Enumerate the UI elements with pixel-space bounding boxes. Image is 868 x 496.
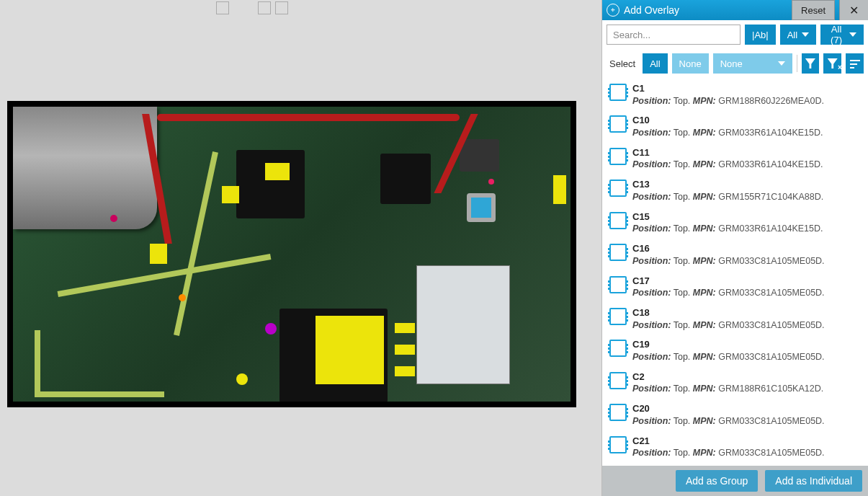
list-item-text: C20Position: Top. MPN: GRM033C81A105ME05…	[632, 402, 861, 427]
component-ref: C17	[632, 275, 861, 288]
component-icon	[609, 84, 627, 101]
tool-icon[interactable]	[258, 1, 271, 14]
usb-c-connector	[13, 107, 157, 229]
list-item[interactable]: C20Position: Top. MPN: GRM033C81A105ME05…	[602, 398, 868, 430]
component-ref: C18	[632, 306, 861, 319]
overlay-trace	[157, 114, 460, 121]
clear-filter-button[interactable]	[823, 53, 841, 74]
component-icon	[609, 148, 627, 165]
select-filter-dropdown[interactable]: None	[713, 53, 792, 74]
component-ref: C1	[632, 82, 861, 95]
overlay-pad	[150, 244, 167, 264]
layer-filter-dropdown[interactable]: All (7)	[820, 25, 864, 45]
overlay-icon: ⌖	[607, 4, 619, 17]
select-all-button[interactable]: All	[643, 53, 667, 74]
list-item-text: C18Position: Top. MPN: GRM033C81A105ME05…	[632, 306, 861, 331]
funnel-clear-icon	[828, 58, 838, 68]
select-none-button[interactable]: None	[672, 53, 709, 74]
overlay-via	[110, 215, 117, 222]
component-icon	[609, 244, 627, 261]
component-ref: C13	[632, 178, 861, 191]
app-root: ⌖ Add Overlay Reset ✕ |Ab| All All (7) S…	[0, 0, 868, 496]
list-item[interactable]: C13Position: Top. MPN: GRM155R71C104KA88…	[602, 174, 868, 205]
type-filter-dropdown[interactable]: All	[780, 25, 816, 45]
component-ref: C20	[632, 402, 861, 415]
add-as-group-button[interactable]: Add as Group	[676, 470, 758, 492]
list-item[interactable]: C18Position: Top. MPN: GRM033C81A105ME05…	[602, 302, 868, 334]
overlay-highlight	[316, 316, 384, 384]
list-item[interactable]: C15Position: Top. MPN: GRM033R61A104KE15…	[602, 206, 868, 238]
list-item-text: C2Position: Top. MPN: GRM188R61C105KA12D…	[632, 371, 861, 395]
list-item[interactable]: C17Position: Top. MPN: GRM033C81A105ME05…	[602, 270, 868, 302]
add-as-individual-button[interactable]: Add as Individual	[765, 470, 862, 492]
search-input[interactable]	[607, 25, 741, 45]
tool-cluster	[258, 1, 288, 14]
ic-chip	[380, 154, 431, 204]
overlay-pad	[222, 186, 239, 203]
list-item-text: C15Position: Top. MPN: GRM033R61A104KE15…	[632, 211, 861, 235]
component-meta: Position: Top. MPN: GRM033C81A105ME05D.	[632, 287, 861, 299]
component-meta: Position: Top. MPN: GRM188R61C105KA12D.	[632, 383, 861, 395]
tool-icon[interactable]	[275, 1, 288, 14]
panel-header: ⌖ Add Overlay Reset ✕	[602, 0, 868, 20]
reset-button[interactable]: Reset	[792, 0, 835, 20]
component-icon	[609, 180, 627, 197]
list-item[interactable]: C11Position: Top. MPN: GRM033R61A104KE15…	[602, 142, 868, 174]
component-icon	[609, 372, 627, 389]
component-meta: Position: Top. MPN: GRM033R61A104KE15D.	[632, 159, 861, 171]
chevron-down-icon	[802, 32, 809, 37]
component-ref: C10	[632, 114, 861, 127]
component-meta: Position: Top. MPN: GRM033C81A105ME05D.	[632, 415, 861, 428]
list-item[interactable]: C1Position: Top. MPN: GRM188R60J226MEA0D…	[602, 78, 868, 110]
match-case-toggle[interactable]: |Ab|	[745, 25, 776, 45]
layer-filter-label: All (7)	[828, 24, 845, 45]
overlay-via	[265, 323, 277, 335]
component-icon	[609, 308, 627, 325]
overlay-via	[488, 179, 494, 185]
overlay-via	[236, 373, 248, 385]
component-ref: C2	[632, 371, 861, 384]
chevron-down-icon	[849, 32, 856, 37]
list-item-text: C1Position: Top. MPN: GRM188R60J226MEA0D…	[632, 82, 861, 107]
list-item[interactable]: C21Position: Top. MPN: GRM033C81A105ME05…	[602, 430, 868, 462]
list-item[interactable]: C19Position: Top. MPN: GRM033C81A105ME05…	[602, 334, 868, 366]
component-ref: C15	[632, 211, 861, 223]
component-ref: C16	[632, 242, 861, 255]
list-item-text: C17Position: Top. MPN: GRM033C81A105ME05…	[632, 275, 861, 299]
pcb-overlay-view[interactable]	[7, 101, 576, 407]
component-meta: Position: Top. MPN: GRM033C81A105ME05D.	[632, 351, 861, 363]
list-item[interactable]: C10Position: Top. MPN: GRM033R61A104KE15…	[602, 110, 868, 141]
list-item-text: C10Position: Top. MPN: GRM033R61A104KE15…	[632, 114, 861, 138]
rf-module	[416, 265, 510, 384]
filter-row-2: Select All None None	[602, 49, 868, 78]
viewer-pane[interactable]	[0, 0, 601, 496]
overlay-pad	[553, 175, 566, 204]
component-meta: Position: Top. MPN: GRM188R60J226MEA0D.	[632, 95, 861, 107]
list-item[interactable]: C2Position: Top. MPN: GRM188R61C105KA12D…	[602, 366, 868, 398]
add-overlay-panel: ⌖ Add Overlay Reset ✕ |Ab| All All (7) S…	[601, 0, 868, 496]
component-meta: Position: Top. MPN: GRM155R71C104KA88D.	[632, 191, 861, 203]
close-button[interactable]: ✕	[839, 0, 868, 20]
overlay-trace	[35, 330, 40, 395]
list-item-text: C13Position: Top. MPN: GRM155R71C104KA88…	[632, 178, 861, 203]
component-icon	[609, 276, 627, 293]
component-icon	[609, 115, 627, 133]
component-ref: C21	[632, 435, 861, 448]
tool-icon[interactable]	[216, 1, 229, 14]
component-ref: C11	[632, 146, 861, 159]
list-item-text: C21Position: Top. MPN: GRM033C81A105ME05…	[632, 435, 861, 459]
component-list[interactable]: C1Position: Top. MPN: GRM188R60J226MEA0D…	[602, 78, 868, 466]
viewer-toolbar	[216, 1, 288, 14]
list-item[interactable]: C16Position: Top. MPN: GRM033C81A105ME05…	[602, 238, 868, 270]
list-item-text: C16Position: Top. MPN: GRM033C81A105ME05…	[632, 242, 861, 267]
component-meta: Position: Top. MPN: GRM033C81A105ME05D.	[632, 319, 861, 332]
overlay-pad	[265, 163, 290, 180]
tactile-switch	[460, 139, 499, 172]
select-filter-label: None	[720, 58, 743, 69]
sort-button[interactable]	[846, 53, 864, 74]
separator	[797, 55, 797, 72]
component-icon	[609, 404, 627, 421]
component-icon	[609, 212, 627, 229]
filter-button[interactable]	[802, 53, 820, 74]
funnel-icon	[805, 58, 815, 68]
